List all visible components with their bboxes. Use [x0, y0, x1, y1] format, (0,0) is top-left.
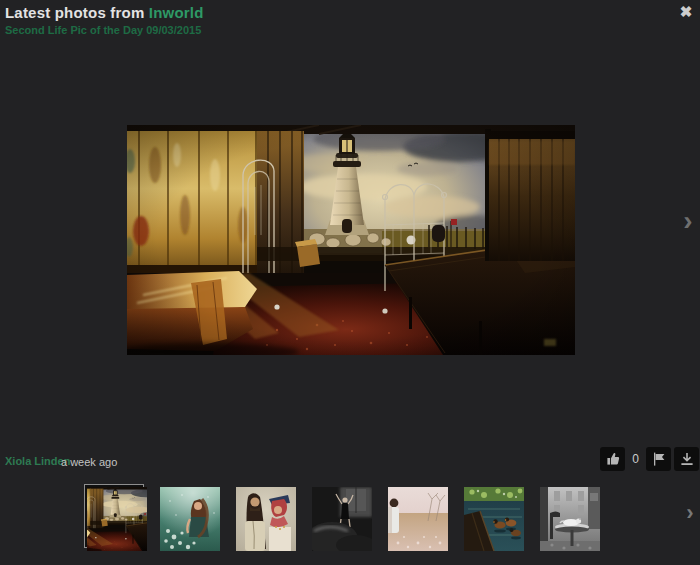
thumbnail-image: [540, 487, 600, 551]
lightbox-header: Latest photos from Inworld Second Life P…: [5, 4, 204, 36]
thumbnail-strip: [84, 484, 616, 551]
download-icon: [679, 451, 695, 467]
thumbnail-dark-figure[interactable]: [312, 487, 372, 551]
thumbnail-image: [236, 487, 296, 551]
thumbnail-street-cat[interactable]: [540, 487, 600, 551]
thumbnail-couple[interactable]: [236, 487, 296, 551]
thumbnail-image: [312, 487, 372, 551]
thumbnail-image: [388, 487, 448, 551]
next-photo-button[interactable]: ›: [677, 203, 699, 239]
title-prefix: Latest photos from: [5, 4, 149, 21]
download-button[interactable]: [674, 447, 699, 471]
inworld-link[interactable]: Inworld: [149, 4, 204, 21]
flag-button[interactable]: [646, 447, 671, 471]
like-button[interactable]: [600, 447, 625, 471]
thumbnail-image: [160, 487, 220, 551]
close-icon: ✖: [680, 3, 693, 20]
thumbnail-image: [464, 487, 524, 551]
posted-time: a week ago: [61, 456, 117, 468]
thumbnail-pastel-field[interactable]: [388, 487, 448, 551]
chevron-right-icon: ›: [683, 205, 692, 236]
flag-icon: [651, 451, 667, 467]
close-button[interactable]: ✖: [676, 3, 696, 21]
like-count: 0: [632, 452, 639, 466]
main-photo-image: [127, 125, 575, 355]
thumbs-up-icon: [605, 451, 621, 467]
subtitle-link[interactable]: Second Life Pic of the Day 09/03/2015: [5, 24, 204, 36]
page-title: Latest photos from Inworld: [5, 4, 204, 21]
thumbnail-image: [87, 487, 147, 551]
photo-actions: 0: [600, 447, 699, 471]
chevron-right-icon: ›: [686, 500, 693, 525]
thumbnail-blossom-water[interactable]: [160, 487, 220, 551]
thumbnails-next-button[interactable]: ›: [680, 499, 700, 527]
thumbnail-ducks[interactable]: [464, 487, 524, 551]
main-photo: [127, 125, 575, 355]
thumbnail-lighthouse[interactable]: [84, 484, 144, 548]
